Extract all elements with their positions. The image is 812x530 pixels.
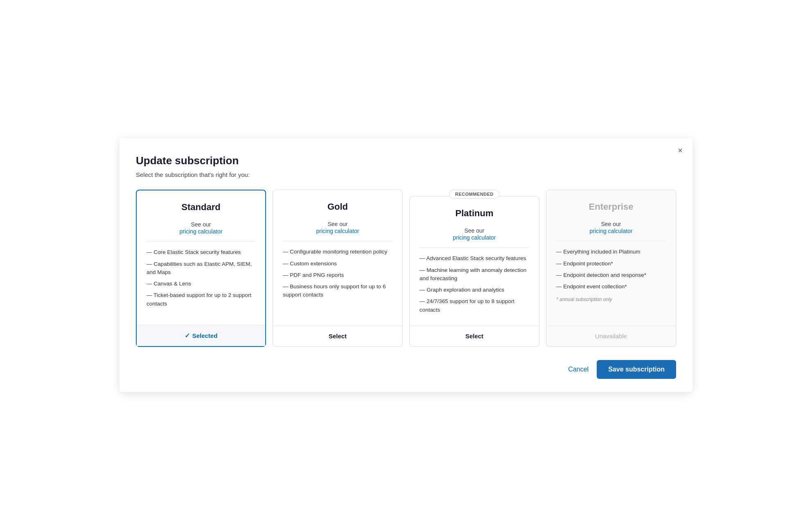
- recommended-badge: RECOMMENDED: [449, 190, 500, 199]
- plan-name-gold: Gold: [283, 202, 392, 212]
- list-item: Configurable monitoring retention policy: [283, 248, 392, 256]
- plan-features-enterprise: Everything included in Platinum Endpoint…: [556, 248, 666, 317]
- plan-selected-label: ✓ Selected: [147, 332, 255, 340]
- plan-divider-platinum: [420, 247, 529, 248]
- list-item: Machine learning with anomaly detection …: [420, 266, 529, 283]
- list-item: Capabilities such as Elastic APM, SIEM, …: [147, 260, 255, 277]
- plan-pricing-see-enterprise: See our: [601, 221, 621, 227]
- plan-footer-platinum: Select: [410, 326, 539, 347]
- plan-pricing-link-standard[interactable]: pricing calculator: [147, 228, 255, 235]
- annual-note: * annual subscription only: [556, 296, 666, 303]
- modal-actions: Cancel Save subscription: [136, 360, 676, 379]
- plan-card-standard: Standard See our pricing calculator Core…: [136, 190, 266, 347]
- plan-pricing-platinum: See our pricing calculator: [420, 227, 529, 241]
- list-item: Graph exploration and analytics: [420, 286, 529, 294]
- close-button[interactable]: ×: [678, 146, 683, 154]
- cancel-button[interactable]: Cancel: [568, 366, 589, 373]
- list-item: Custom extensions: [283, 260, 392, 268]
- plans-grid: Standard See our pricing calculator Core…: [136, 190, 676, 347]
- plan-pricing-see-gold: See our: [327, 221, 347, 227]
- plan-body-platinum: Platinum See our pricing calculator Adva…: [410, 197, 539, 326]
- selected-text: Selected: [192, 332, 218, 339]
- list-item: Endpoint detection and response*: [556, 271, 666, 279]
- unavailable-label: Unavailable: [595, 333, 627, 340]
- select-gold-button[interactable]: Select: [329, 333, 347, 340]
- list-item: Business hours only support for up to 6 …: [283, 283, 392, 299]
- plan-card-gold: Gold See our pricing calculator Configur…: [273, 190, 403, 347]
- plan-card-enterprise: Enterprise See our pricing calculator Ev…: [546, 190, 676, 347]
- check-icon: ✓: [185, 332, 190, 340]
- plan-pricing-link-gold[interactable]: pricing calculator: [283, 228, 392, 234]
- recommended-badge-container: RECOMMENDED: [449, 190, 500, 197]
- plan-divider-standard: [147, 241, 255, 242]
- plan-features-standard: Core Elastic Stack security features Cap…: [147, 248, 255, 317]
- plan-pricing-see-standard: See our: [191, 221, 211, 228]
- plan-body-standard: Standard See our pricing calculator Core…: [137, 190, 265, 325]
- list-item: Everything included in Platinum: [556, 248, 666, 256]
- list-item: Endpoint event collection*: [556, 283, 666, 291]
- plan-pricing-see-platinum: See our: [464, 227, 484, 234]
- select-platinum-button[interactable]: Select: [465, 333, 483, 340]
- plan-features-platinum: Advanced Elastic Stack security features…: [420, 254, 529, 317]
- list-item: Canvas & Lens: [147, 280, 255, 288]
- list-item: Ticket-based support for up to 2 support…: [147, 291, 255, 308]
- modal: × Update subscription Select the subscri…: [120, 138, 692, 392]
- plan-name-standard: Standard: [147, 202, 255, 213]
- list-item: Core Elastic Stack security features: [147, 248, 255, 256]
- plan-pricing-link-enterprise[interactable]: pricing calculator: [556, 228, 666, 234]
- plan-pricing-standard: See our pricing calculator: [147, 221, 255, 235]
- list-item: PDF and PNG reports: [283, 271, 392, 279]
- modal-subtitle: Select the subscription that's right for…: [136, 171, 676, 178]
- plan-footer-gold: Select: [273, 326, 402, 347]
- plan-card-platinum: RECOMMENDED Platinum See our pricing cal…: [409, 196, 539, 347]
- plan-name-platinum: Platinum: [420, 208, 529, 219]
- plan-footer-enterprise: Unavailable: [546, 326, 676, 347]
- save-subscription-button[interactable]: Save subscription: [597, 360, 676, 379]
- plan-divider-enterprise: [556, 241, 666, 241]
- list-item: 24/7/365 support for up to 8 support con…: [420, 297, 529, 314]
- list-item: Advanced Elastic Stack security features: [420, 254, 529, 263]
- plan-footer-standard: ✓ Selected: [137, 325, 265, 346]
- plan-body-enterprise: Enterprise See our pricing calculator Ev…: [546, 190, 676, 326]
- plan-divider-gold: [283, 241, 392, 241]
- plan-features-gold: Configurable monitoring retention policy…: [283, 248, 392, 317]
- list-item: Endpoint protection*: [556, 260, 666, 268]
- plan-pricing-link-platinum[interactable]: pricing calculator: [420, 234, 529, 241]
- plan-pricing-enterprise: See our pricing calculator: [556, 220, 666, 234]
- modal-title: Update subscription: [136, 154, 676, 167]
- plan-pricing-gold: See our pricing calculator: [283, 220, 392, 234]
- plan-name-enterprise: Enterprise: [556, 202, 666, 212]
- plan-body-gold: Gold See our pricing calculator Configur…: [273, 190, 402, 326]
